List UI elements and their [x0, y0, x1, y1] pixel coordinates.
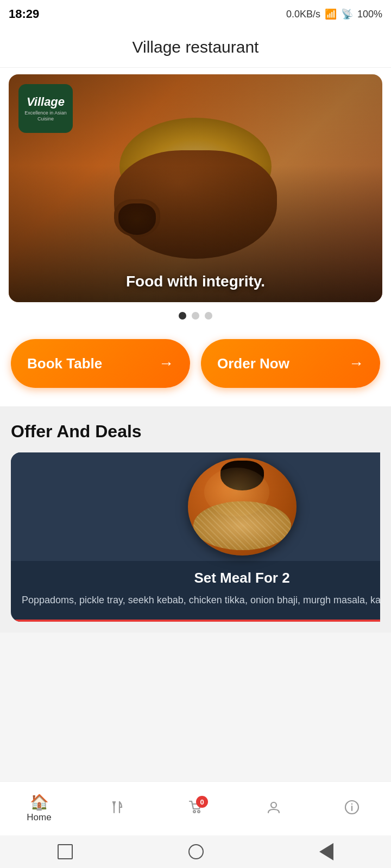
hero-caption: Food with integrity. — [9, 273, 382, 290]
status-right: 0.0KB/s 📶 📡 100% — [286, 8, 382, 20]
nav-info[interactable] — [313, 794, 391, 823]
book-table-button[interactable]: Book Table → — [11, 339, 190, 388]
restaurant-logo: Village Excellence in Asian Cuisine — [18, 84, 73, 133]
nav-home-label: Home — [27, 812, 51, 823]
system-bar — [0, 835, 391, 868]
cart-badge-container: 0 — [187, 799, 204, 818]
svg-point-3 — [193, 810, 195, 813]
cart-badge: 0 — [196, 796, 208, 808]
nav-account[interactable] — [235, 794, 313, 823]
cta-section: Book Table → Order Now → — [0, 324, 391, 406]
nav-menu[interactable] — [78, 794, 156, 823]
dot-1[interactable] — [179, 312, 186, 320]
status-speed: 0.0KB/s — [286, 9, 320, 20]
home-icon: 🏠 — [30, 795, 49, 810]
status-time: 18:29 — [9, 7, 39, 21]
offer-card-1[interactable]: Set Meal For 2 Poppadoms, pickle tray, s… — [11, 452, 380, 622]
offers-section: Offer And Deals Set Meal For 2 Poppadoms… — [0, 406, 391, 633]
signal-icons: 📶 — [325, 8, 337, 20]
book-table-label: Book Table — [27, 355, 102, 372]
order-now-label: Order Now — [217, 355, 289, 372]
offer-card-1-desc: Poppadoms, pickle tray, seekh kebab, chi… — [22, 593, 380, 608]
wifi-icon: 📡 — [341, 8, 353, 20]
sys-square-btn[interactable] — [58, 844, 73, 859]
offer-card-1-accent — [11, 620, 380, 622]
nav-home[interactable]: 🏠 Home — [0, 789, 78, 828]
offers-scroll: Set Meal For 2 Poppadoms, pickle tray, s… — [11, 452, 380, 633]
rice-texture — [193, 501, 291, 550]
status-bar: 18:29 0.0KB/s 📶 📡 100% — [0, 0, 391, 28]
hero-image: Village Excellence in Asian Cuisine Food… — [9, 74, 382, 302]
logo-sub: Excellence in Asian Cuisine — [23, 110, 68, 122]
food-dark-bowl — [220, 461, 264, 490]
dot-2[interactable] — [192, 312, 199, 320]
fork-knife-icon — [110, 800, 125, 818]
offer-card-1-image — [11, 452, 380, 561]
dot-3[interactable] — [205, 312, 212, 320]
offer-card-1-title: Set Meal For 2 — [22, 570, 380, 586]
order-now-arrow: → — [349, 355, 364, 372]
account-icon — [266, 800, 281, 818]
logo-name: Village — [27, 95, 65, 108]
sys-home-btn[interactable] — [188, 844, 204, 859]
svg-point-8 — [351, 803, 352, 805]
offer-card-1-body: Set Meal For 2 Poppadoms, pickle tray, s… — [11, 561, 380, 618]
hero-section: Village Excellence in Asian Cuisine Food… — [0, 68, 391, 302]
offer-food-visual-1 — [188, 458, 297, 556]
app-header: Village restaurant — [0, 28, 391, 68]
offers-title: Offer And Deals — [11, 422, 380, 442]
battery-text: 100% — [357, 9, 382, 20]
bottom-nav: 🏠 Home 0 — [0, 781, 391, 835]
order-now-button[interactable]: Order Now → — [201, 339, 380, 388]
carousel-dots — [0, 302, 391, 324]
svg-point-5 — [271, 802, 276, 808]
page-title: Village restaurant — [133, 38, 259, 56]
info-icon — [344, 800, 360, 818]
svg-point-4 — [198, 810, 200, 813]
sys-back-btn[interactable] — [319, 843, 333, 860]
nav-cart[interactable]: 0 — [156, 794, 235, 824]
book-table-arrow: → — [159, 355, 174, 372]
